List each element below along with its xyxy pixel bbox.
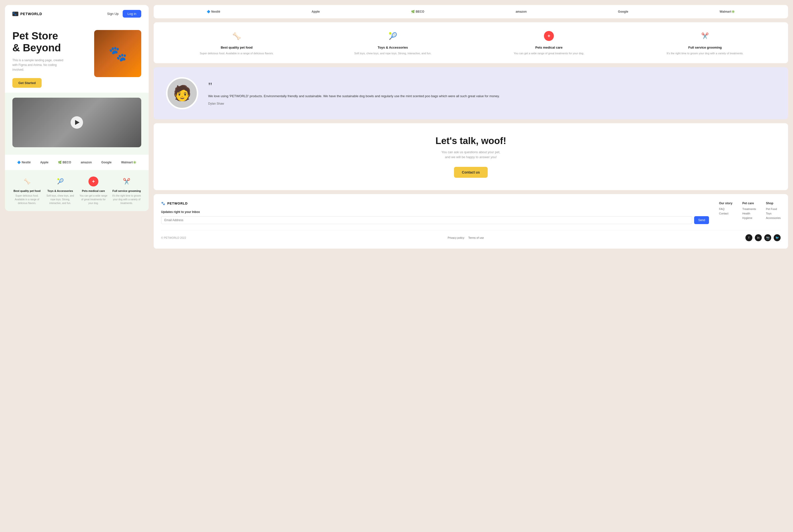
right-feature-grooming-title: Full service grooming: [630, 45, 780, 49]
twitter-icon[interactable]: 🐦: [774, 234, 780, 241]
right-feature-grooming: ✂️ Full service grooming It's the right …: [630, 30, 780, 56]
feature-grooming-desc: It's the right time to groom your dog wi…: [112, 194, 141, 205]
footer-col-story-title: Our story: [719, 202, 732, 205]
footer-link-hygiene[interactable]: Hygiene: [742, 216, 756, 220]
top-brand-walmart: Walmart✳️: [720, 10, 735, 13]
top-brand-apple: Apple: [311, 10, 320, 13]
right-feature-toys-title: Toys & Accessories: [317, 45, 468, 49]
feature-medical-desc: You can get a wide range of great treatm…: [79, 194, 108, 205]
top-brand-amazon: amazon: [516, 10, 527, 13]
footer-logo-text: PETWORLD: [167, 202, 188, 205]
terms-link[interactable]: Terms of use: [468, 236, 484, 239]
right-feature-medical-desc: You can get a wide range of great treatm…: [473, 51, 624, 56]
footer-link-treatments[interactable]: Treatments: [742, 208, 756, 210]
brand-google: Google: [101, 160, 112, 164]
footer-link-faq[interactable]: FAQ: [719, 208, 732, 210]
footer-link-petfood[interactable]: Pet Food: [766, 208, 780, 210]
right-feature-medical: + Pets medical care You can get a wide r…: [473, 30, 624, 56]
linkedin-icon[interactable]: in: [755, 234, 762, 241]
brands-section: 🔷 Nestlé Apple 🌿 BECO amazon Google Walm…: [5, 155, 149, 170]
top-brand-beco: 🌿 BECO: [411, 10, 424, 13]
testimonial-avatar: 🧑: [166, 77, 198, 109]
site-header: 🐾 PETWORLD Sign Up Log in: [5, 5, 149, 22]
newsletter-label: Updates right to your Inbox: [161, 210, 709, 214]
footer-col-shop: Shop Pet Food Toys Accessories: [766, 202, 780, 224]
testimonial-text: We love using 'PETWORLD' products. Envir…: [208, 93, 776, 99]
testimonial-author: Dylan Shaw: [208, 102, 776, 106]
footer-link-contact[interactable]: Contact: [719, 212, 732, 215]
top-brand-nestle: 🔷 Nestlé: [207, 10, 220, 13]
ball-icon: 🎾: [55, 176, 66, 187]
footer-logo: 🐾 PETWORLD: [161, 202, 709, 205]
testimonial-section: 🧑 " We love using 'PETWORLD' products. E…: [154, 67, 788, 119]
footer-top: 🐾 PETWORLD Updates right to your Inbox S…: [161, 202, 780, 224]
logo: 🐾 PETWORLD: [13, 12, 42, 16]
get-started-button[interactable]: Get Started: [13, 78, 42, 88]
feature-medical: + Pets medical care You can get a wide r…: [79, 176, 108, 205]
right-medical-icon: +: [543, 30, 555, 42]
top-brand-google: Google: [618, 10, 628, 13]
feature-pet-food-desc: Super delicious food. Available in a ran…: [13, 194, 42, 205]
footer-col-petcare-title: Pet care: [742, 202, 756, 205]
logo-text: PETWORLD: [20, 12, 42, 16]
play-button[interactable]: [71, 116, 83, 129]
facebook-icon[interactable]: f: [746, 234, 752, 241]
social-icons: f in 📷 🐦: [746, 234, 780, 241]
signup-link[interactable]: Sign Up: [107, 12, 118, 16]
logo-icon: 🐾: [13, 12, 18, 16]
scissors-icon: ✂️: [121, 176, 132, 187]
right-scissors-icon: ✂️: [699, 30, 711, 42]
footer-logo-area: 🐾 PETWORLD Updates right to your Inbox S…: [161, 202, 709, 224]
testimonial-content: " We love using 'PETWORLD' products. Env…: [208, 81, 776, 106]
feature-toys: 🎾 Toys & Accessories Soft toys, chew toy…: [45, 176, 75, 205]
right-feature-pet-food: 🦴 Best quality pet food Super delicious …: [161, 30, 312, 56]
medical-icon: +: [88, 176, 99, 187]
footer-copyright: © PETWORLD 2022: [161, 236, 186, 239]
instagram-icon[interactable]: 📷: [764, 234, 771, 241]
brand-amazon: amazon: [81, 160, 92, 164]
send-button[interactable]: Send: [694, 216, 709, 224]
bone-icon: 🦴: [22, 176, 33, 187]
left-panel: 🐾 PETWORLD Sign Up Log in Pet Store & Be…: [5, 5, 149, 527]
feature-grooming: ✂️ Full service grooming It's the right …: [112, 176, 141, 205]
cta-subtitle: You can ask us questions about your pet,…: [161, 150, 780, 160]
brand-nestle: 🔷 Nestlé: [17, 160, 31, 164]
hero-section: Pet Store & Beyond This is a sample land…: [5, 22, 149, 93]
feature-pet-food-title: Best quality pet food: [13, 189, 42, 192]
footer-link-toys[interactable]: Toys: [766, 212, 780, 215]
right-ball-icon: 🎾: [387, 30, 399, 42]
login-button[interactable]: Log in: [123, 10, 141, 18]
feature-medical-title: Pets medical care: [79, 189, 108, 192]
brand-beco: 🌿 BECO: [58, 160, 71, 164]
footer-link-accessories[interactable]: Accessories: [766, 216, 780, 220]
right-feature-grooming-desc: It's the right time to groom your dog wi…: [630, 51, 780, 56]
right-feature-toys-desc: Soft toys, chew toys, and rope toys. Str…: [317, 51, 468, 56]
brand-walmart: Walmart✳️: [121, 160, 137, 164]
right-feature-toys: 🎾 Toys & Accessories Soft toys, chew toy…: [317, 30, 468, 56]
hero-subtitle: This is a sample landing page, created w…: [13, 58, 67, 72]
brand-apple: Apple: [40, 160, 48, 164]
top-brands-bar: 🔷 Nestlé Apple 🌿 BECO amazon Google Walm…: [154, 5, 788, 18]
footer-col-shop-title: Shop: [766, 202, 780, 205]
contact-us-button[interactable]: Contact us: [454, 167, 488, 178]
right-feature-pet-food-title: Best quality pet food: [161, 45, 312, 49]
footer-legal: Privacy policy Terms of use: [448, 236, 484, 239]
privacy-policy-link[interactable]: Privacy policy: [448, 236, 464, 239]
footer-section: 🐾 PETWORLD Updates right to your Inbox S…: [154, 194, 788, 249]
feature-pet-food: 🦴 Best quality pet food Super delicious …: [13, 176, 42, 205]
footer-bottom: © PETWORLD 2022 Privacy policy Terms of …: [161, 230, 780, 241]
footer-link-health[interactable]: Health: [742, 212, 756, 215]
newsletter-form: Send: [161, 216, 709, 224]
email-input[interactable]: [161, 216, 692, 224]
video-wrapper[interactable]: [13, 98, 141, 147]
right-bone-icon: 🦴: [230, 30, 243, 42]
footer-col-story: Our story FAQ Contact: [719, 202, 732, 224]
feature-toys-desc: Soft toys, chew toys, and rope toys. Str…: [45, 194, 75, 205]
hero-image: 🐾: [94, 30, 141, 77]
features-section: 🦴 Best quality pet food Super delicious …: [5, 170, 149, 211]
hero-text: Pet Store & Beyond This is a sample land…: [13, 30, 89, 88]
feature-toys-title: Toys & Accessories: [45, 189, 75, 192]
footer-logo-icon: 🐾: [161, 202, 165, 205]
video-section: [5, 93, 149, 155]
footer-links: Our story FAQ Contact Pet care Treatment…: [719, 202, 780, 224]
